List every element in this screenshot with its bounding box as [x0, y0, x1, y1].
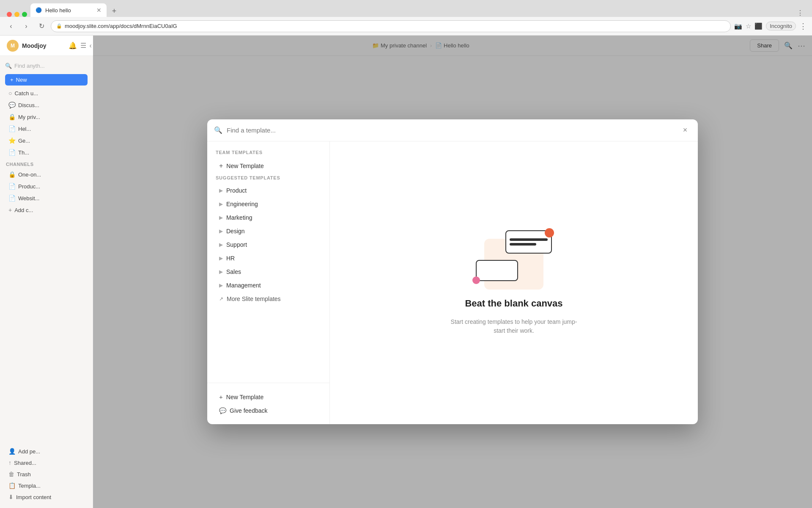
header-icon-notifications[interactable]: 🔔	[69, 41, 77, 50]
new-doc-label: New	[16, 77, 27, 83]
modal-more-slite-templates-link[interactable]: ↗ More Slite templates	[211, 293, 326, 305]
sidebar-item-one-on[interactable]: 🔒 One-on...	[3, 169, 90, 180]
sidebar-item-import-label: Import content	[16, 494, 51, 500]
give-feedback-label: Give feedback	[230, 407, 268, 414]
layout-icon[interactable]: ⬛	[754, 22, 763, 30]
modal-left-footer: + New Template 💬 Give feedback	[207, 383, 329, 424]
forward-button[interactable]: ›	[20, 20, 32, 32]
modal-category-marketing[interactable]: ▶ Marketing	[211, 211, 326, 224]
sidebar-item-discuss[interactable]: 💬 Discus...	[3, 99, 90, 110]
illustration-dot-orange	[545, 228, 554, 237]
discuss-icon: 💬	[8, 102, 16, 108]
line-1	[510, 238, 548, 241]
sidebar-item-trash-label: Trash	[17, 471, 31, 478]
modal-give-feedback-button[interactable]: 💬 Give feedback	[211, 404, 326, 417]
sidebar-item-private-label: My priv...	[18, 114, 40, 120]
profile-icon[interactable]: Incognito	[766, 22, 796, 30]
reload-button[interactable]: ↻	[36, 20, 47, 32]
sidebar-search-placeholder: Find anyth...	[14, 63, 45, 69]
add-channel-plus-icon: +	[8, 207, 12, 213]
right-panel-title: Beat the blank canvas	[465, 298, 562, 309]
header-icon-back[interactable]: ‹	[90, 42, 92, 50]
main-content: 🔍 × TEAM TEMPLATES + Ne	[93, 56, 812, 508]
shared-icon: ↑	[8, 459, 11, 466]
illustration-dot-pink	[472, 276, 480, 284]
browser-tab[interactable]: 🔵 Hello hello ✕	[30, 3, 107, 17]
card-back-lines	[510, 238, 548, 246]
modal-category-engineering[interactable]: ▶ Engineering	[211, 198, 326, 210]
url-text: moodjoy.slite.com/app/docs/dMrnnEiaCU0aI…	[65, 23, 177, 29]
sidebar: 🔍 Find anyth... + New ○ Catch u... 💬 Dis…	[0, 56, 93, 508]
team-templates-section-label: TEAM TEMPLATES	[207, 148, 329, 158]
browser-menu-icon[interactable]: ⋮	[797, 9, 804, 17]
sidebar-search-icon: 🔍	[5, 63, 12, 69]
modal-category-sales[interactable]: ▶ Sales	[211, 265, 326, 278]
sidebar-item-private[interactable]: 🔒 My priv...	[3, 111, 90, 122]
sidebar-item-produc-label: Produc...	[18, 183, 40, 190]
new-tab-button[interactable]: +	[108, 5, 120, 17]
sidebar-item-trash[interactable]: 🗑 Trash	[3, 469, 90, 480]
external-link-icon: ↗	[219, 296, 223, 302]
sidebar-item-websit-label: Websit...	[18, 195, 39, 202]
sidebar-item-templates[interactable]: 📋 Templa...	[3, 480, 90, 491]
category-design-chevron: ▶	[219, 228, 223, 234]
category-sales-chevron: ▶	[219, 269, 223, 275]
modal-category-design[interactable]: ▶ Design	[211, 225, 326, 237]
blank-canvas-illustration	[476, 230, 552, 290]
new-template-plus-icon: +	[219, 162, 223, 170]
app-logo: M Moodjoy	[7, 40, 47, 52]
sidebar-item-templates-label: Templa...	[18, 483, 41, 489]
sidebar-item-add-people[interactable]: 👤 Add pe...	[3, 446, 90, 457]
category-marketing-label: Marketing	[226, 214, 252, 221]
category-sales-label: Sales	[226, 268, 241, 275]
browser-overflow-menu[interactable]: ⋮	[799, 22, 807, 31]
ge-star-icon: ⭐	[8, 137, 16, 144]
modal-category-product[interactable]: ▶ Product	[211, 184, 326, 197]
sidebar-item-shared-label: Shared...	[14, 460, 36, 466]
back-button[interactable]: ‹	[5, 20, 17, 32]
sidebar-item-produc[interactable]: 📄 Produc...	[3, 181, 90, 192]
sidebar-search[interactable]: 🔍 Find anyth...	[0, 61, 93, 72]
modal-category-support[interactable]: ▶ Support	[211, 238, 326, 251]
trash-icon: 🗑	[8, 471, 14, 478]
sidebar-item-shared[interactable]: ↑ Shared...	[3, 457, 90, 468]
category-management-chevron: ▶	[219, 282, 223, 288]
lock-icon: 🔒	[56, 23, 62, 29]
tab-close-button[interactable]: ✕	[96, 7, 102, 14]
category-engineering-label: Engineering	[226, 201, 258, 207]
modal-new-template-button[interactable]: + New Template	[211, 159, 326, 173]
modal-footer-new-template-button[interactable]: + New Template	[211, 390, 326, 404]
sidebar-item-one-on-label: One-on...	[18, 171, 41, 178]
close-icon: ×	[683, 126, 688, 135]
traffic-light-green[interactable]	[22, 12, 27, 17]
new-doc-button[interactable]: + New	[5, 74, 88, 86]
sidebar-item-th[interactable]: 📄 Th...	[3, 147, 90, 158]
feedback-icon: 💬	[219, 407, 226, 414]
sidebar-item-websit[interactable]: 📄 Websit...	[3, 193, 90, 204]
sidebar-item-import[interactable]: ⬇ Import content	[3, 491, 90, 502]
camera-off-icon: 📷	[734, 22, 742, 30]
modal-search-bar: 🔍 ×	[207, 119, 698, 141]
modal-category-management[interactable]: ▶ Management	[211, 279, 326, 292]
sidebar-item-discuss-label: Discus...	[18, 102, 39, 108]
category-product-label: Product	[226, 187, 247, 194]
sidebar-item-ge[interactable]: ⭐ Ge...	[3, 135, 90, 146]
category-support-label: Support	[226, 241, 247, 248]
modal-category-hr[interactable]: ▶ HR	[211, 252, 326, 265]
header-icon-list[interactable]: ☰	[80, 41, 86, 50]
templates-icon: 📋	[8, 482, 16, 489]
sidebar-item-hello[interactable]: 📄 Hel...	[3, 123, 90, 134]
star-icon[interactable]: ☆	[746, 22, 751, 30]
modal-close-button[interactable]: ×	[679, 124, 691, 136]
sidebar-item-catchup[interactable]: ○ Catch u...	[3, 88, 90, 99]
traffic-light-red[interactable]	[7, 12, 12, 17]
address-bar[interactable]: 🔒 moodjoy.slite.com/app/docs/dMrnnEiaCU0…	[51, 20, 731, 32]
category-product-chevron: ▶	[219, 188, 223, 193]
template-search-input[interactable]	[227, 127, 675, 134]
websit-doc-icon: 📄	[8, 195, 16, 202]
sidebar-item-add-channel[interactable]: + Add c...	[3, 204, 90, 215]
sidebar-item-catchup-label: Catch u...	[14, 90, 38, 97]
traffic-light-yellow[interactable]	[14, 12, 19, 17]
logo-circle: M	[7, 40, 19, 52]
sidebar-item-th-label: Th...	[18, 149, 29, 156]
